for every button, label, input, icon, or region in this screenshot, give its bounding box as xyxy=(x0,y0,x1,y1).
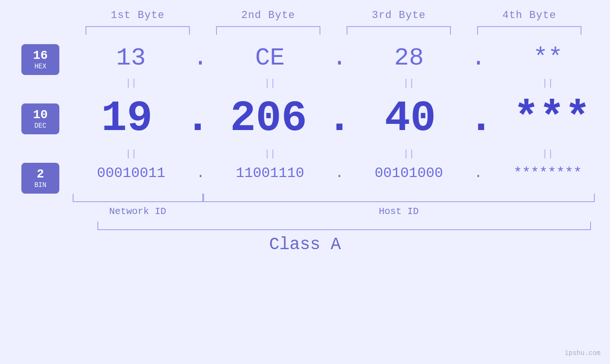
hex-byte4: ** xyxy=(486,44,610,72)
dec-badge: 10 DEC xyxy=(21,103,59,134)
sep-dec-bin: || || || || xyxy=(69,148,610,160)
bracket-byte1 xyxy=(73,26,203,35)
ip-grid: 13 . CE . 28 . ** || || || || 19 xyxy=(69,39,610,186)
bin-byte4: ******** xyxy=(486,165,610,181)
host-id-label: Host ID xyxy=(203,206,595,217)
hex-dot2: . xyxy=(332,44,347,72)
hex-number: 16 xyxy=(33,49,47,62)
dec-number: 10 xyxy=(33,109,47,121)
sep4: || xyxy=(486,78,610,89)
sep3: || xyxy=(347,78,471,89)
dec-byte3: 40 xyxy=(352,94,468,143)
bracket-top-4 xyxy=(477,26,582,35)
byte-headers: 1st Byte 2nd Byte 3rd Byte 4th Byte xyxy=(73,9,595,21)
hex-label: HEX xyxy=(34,63,46,70)
bottom-section: Network ID Host ID xyxy=(73,194,595,217)
bracket-byte4 xyxy=(464,26,595,35)
dec-byte1: 19 xyxy=(69,94,185,143)
hex-byte3: 28 xyxy=(347,44,471,72)
bin-byte1: 00010011 xyxy=(69,165,194,181)
byte1-header: 1st Byte xyxy=(73,9,203,21)
hex-badge: 16 HEX xyxy=(21,44,59,75)
bracket-top-3 xyxy=(347,26,451,35)
sep7: || xyxy=(347,149,471,159)
hex-byte1: 13 xyxy=(69,44,193,72)
top-brackets xyxy=(73,26,595,35)
hex-dot3: . xyxy=(471,44,486,72)
dec-dot2: . xyxy=(327,94,352,143)
bracket-top-1 xyxy=(85,26,190,35)
content-area: 16 HEX 10 DEC 2 BIN 13 . CE . 28 . ** xyxy=(21,39,610,194)
bin-badge: 2 BIN xyxy=(21,163,59,194)
dec-byte4: *** xyxy=(494,94,610,143)
bottom-brackets xyxy=(73,194,595,202)
sep8: || xyxy=(486,149,610,159)
watermark: ipshu.com xyxy=(564,349,601,357)
bracket-byte2 xyxy=(203,26,334,35)
sep5: || xyxy=(69,149,194,159)
hex-byte2: CE xyxy=(208,44,332,72)
bracket-byte3 xyxy=(334,26,464,35)
network-bracket xyxy=(73,194,203,202)
dec-dot1: . xyxy=(185,94,210,143)
sep6: || xyxy=(208,149,333,159)
bin-byte3: 00101000 xyxy=(347,165,471,181)
byte3-header: 3rd Byte xyxy=(334,9,464,21)
dec-byte2: 206 xyxy=(211,94,327,143)
class-label: Class A xyxy=(0,235,610,254)
bin-number: 2 xyxy=(37,168,44,180)
dec-row: 19 . 206 . 40 . *** xyxy=(69,90,610,148)
host-bracket xyxy=(203,194,595,202)
byte4-header: 4th Byte xyxy=(464,9,595,21)
sep1: || xyxy=(69,78,194,89)
bottom-labels: Network ID Host ID xyxy=(73,206,595,217)
bin-row: 00010011 . 11001110 . 00101000 . *******… xyxy=(69,160,610,186)
bin-dot1: . xyxy=(194,165,208,181)
byte2-header: 2nd Byte xyxy=(203,9,334,21)
bin-label: BIN xyxy=(34,181,46,189)
main-container: 1st Byte 2nd Byte 3rd Byte 4th Byte 16 H… xyxy=(0,0,610,364)
dec-dot3: . xyxy=(468,94,494,143)
bin-byte2: 11001110 xyxy=(208,165,333,181)
hex-row: 13 . CE . 28 . ** xyxy=(69,39,610,77)
sep-hex-dec: || || || || xyxy=(69,77,610,90)
network-id-label: Network ID xyxy=(73,206,203,217)
bin-dot2: . xyxy=(332,165,347,181)
dec-label: DEC xyxy=(34,122,46,130)
hex-dot1: . xyxy=(193,44,208,72)
bracket-top-2 xyxy=(216,26,320,35)
sep2: || xyxy=(208,78,333,89)
overall-bottom-bracket xyxy=(97,222,591,230)
bin-dot3: . xyxy=(471,165,486,181)
base-labels: 16 HEX 10 DEC 2 BIN xyxy=(21,39,59,194)
